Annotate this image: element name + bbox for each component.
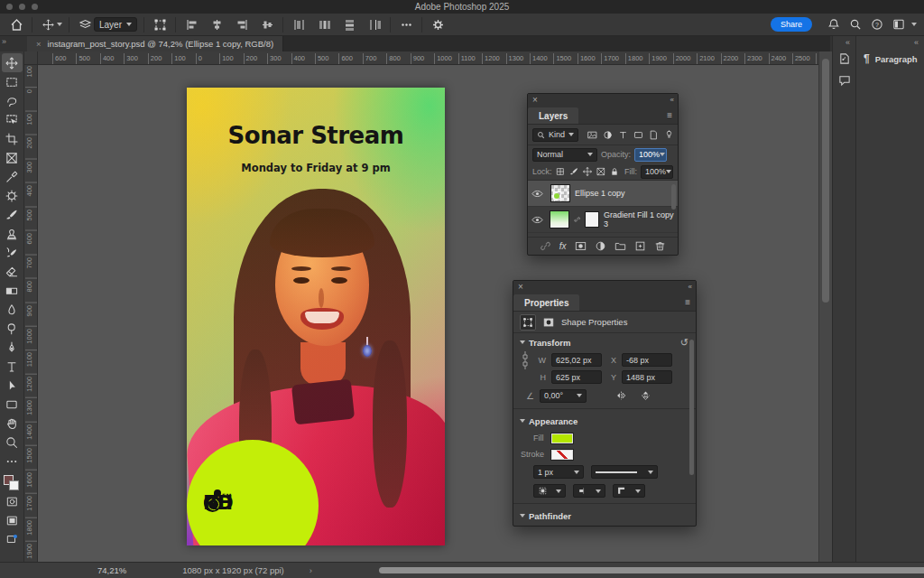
comments-panel-icon[interactable] bbox=[838, 74, 851, 87]
properties-tab[interactable]: Properties bbox=[513, 294, 579, 311]
reset-transform-icon[interactable]: ↺ bbox=[680, 337, 688, 349]
x-position-field[interactable]: -68 px bbox=[622, 353, 672, 367]
clone-stamp-tool[interactable] bbox=[2, 224, 23, 243]
layer-thumbnail[interactable] bbox=[550, 210, 569, 228]
align-horizontal-centers-icon[interactable] bbox=[208, 15, 226, 33]
filter-kind-dropdown[interactable]: Kind bbox=[532, 128, 578, 142]
workspace-caret-icon[interactable] bbox=[911, 23, 917, 26]
document-tab[interactable]: × instagram_post_story.psd @ 74,2% (Elli… bbox=[27, 36, 283, 51]
distribute-vertical-centers-icon[interactable] bbox=[340, 15, 358, 33]
lasso-tool[interactable] bbox=[2, 91, 23, 110]
paragraph-panel-button[interactable]: ¶ Paragraph bbox=[864, 52, 918, 65]
hand-tool[interactable] bbox=[2, 414, 23, 433]
sync-status-icon[interactable] bbox=[2, 530, 23, 549]
height-field[interactable]: 625 px bbox=[551, 370, 602, 384]
home-icon[interactable] bbox=[7, 15, 25, 33]
opacity-field[interactable]: 100% bbox=[634, 148, 667, 162]
transform-controls-icon[interactable] bbox=[151, 15, 169, 33]
lock-artboard-icon[interactable] bbox=[596, 167, 605, 176]
zoom-level-field[interactable]: 74,21% bbox=[97, 565, 126, 575]
panel-collapse-icon[interactable]: « bbox=[688, 283, 691, 291]
layer-row[interactable]: Ellipse 1 copy bbox=[528, 181, 678, 207]
rotation-field[interactable]: 0,00° bbox=[540, 389, 587, 403]
stroke-cap-dropdown[interactable] bbox=[573, 484, 605, 498]
quick-mask-icon[interactable] bbox=[2, 492, 23, 511]
history-brush-tool[interactable] bbox=[2, 243, 23, 262]
flip-horizontal-icon[interactable] bbox=[615, 390, 627, 401]
stroke-corner-dropdown[interactable] bbox=[613, 484, 645, 498]
object-selection-tool[interactable] bbox=[2, 110, 23, 129]
stroke-style-dropdown[interactable] bbox=[591, 465, 658, 479]
mask-mode-button[interactable] bbox=[541, 315, 556, 330]
eraser-tool[interactable] bbox=[2, 262, 23, 281]
lock-all-icon[interactable] bbox=[610, 167, 619, 176]
align-right-edges-icon[interactable] bbox=[233, 15, 251, 33]
layer-row[interactable]: Gradient Fill 1 copy 3 bbox=[528, 207, 678, 233]
vertical-ruler[interactable]: 1000100200300400500600700800900100011001… bbox=[24, 65, 38, 562]
appearance-section-header[interactable]: Appearance bbox=[513, 412, 696, 430]
move-tool[interactable] bbox=[2, 53, 23, 72]
filter-type-layers-icon[interactable] bbox=[618, 130, 628, 140]
dodge-tool[interactable] bbox=[2, 319, 23, 338]
delete-layer-icon[interactable] bbox=[654, 240, 666, 252]
help-icon[interactable]: ? bbox=[868, 15, 886, 33]
align-vertical-centers-icon[interactable] bbox=[258, 15, 276, 33]
layer-visibility-eye-icon[interactable] bbox=[531, 216, 545, 224]
more-options-icon[interactable] bbox=[397, 15, 415, 33]
filter-smart-objects-icon[interactable] bbox=[649, 130, 659, 140]
color-swatches[interactable] bbox=[3, 474, 21, 492]
link-layers-icon[interactable] bbox=[540, 240, 551, 252]
fill-color-swatch[interactable] bbox=[551, 434, 573, 443]
notifications-bell-icon[interactable] bbox=[825, 15, 843, 33]
new-group-icon[interactable] bbox=[614, 240, 626, 252]
shape-tool[interactable] bbox=[2, 395, 23, 414]
layer-visibility-eye-icon[interactable] bbox=[531, 190, 546, 198]
screen-mode-icon[interactable] bbox=[2, 511, 23, 530]
stroke-color-swatch[interactable] bbox=[551, 450, 573, 460]
transform-section-header[interactable]: Transform ↺ bbox=[513, 333, 696, 351]
auto-select-dropdown[interactable]: Layer bbox=[94, 17, 137, 32]
collapse-rail-icon[interactable]: « bbox=[845, 38, 850, 47]
panel-close-icon[interactable]: × bbox=[532, 96, 538, 104]
panel-menu-icon[interactable]: ≡ bbox=[685, 297, 690, 307]
blend-mode-dropdown[interactable]: Normal bbox=[532, 148, 597, 162]
workspace-switcher-icon[interactable] bbox=[890, 15, 908, 33]
fill-field[interactable]: 100% bbox=[641, 165, 673, 179]
canvas-area[interactable]: Sonar Stream Monday to Friday at 9 pm CH… bbox=[24, 51, 818, 562]
layer-thumbnail[interactable] bbox=[550, 184, 570, 202]
lock-transparency-icon[interactable] bbox=[556, 167, 565, 176]
filter-filter-toggle-icon[interactable] bbox=[664, 130, 674, 140]
properties-scrollbar-thumb[interactable] bbox=[689, 340, 694, 475]
width-field[interactable]: 625,02 px bbox=[551, 353, 602, 367]
healing-brush-tool[interactable] bbox=[2, 186, 23, 205]
eyedropper-tool[interactable] bbox=[2, 167, 23, 186]
version-history-panel-icon[interactable] bbox=[838, 52, 851, 65]
horizontal-ruler[interactable]: 6005004003002001000100200300400500600700… bbox=[24, 51, 818, 65]
pathfinder-section-header[interactable]: Pathfinder bbox=[513, 507, 696, 525]
gradient-tool[interactable] bbox=[2, 281, 23, 300]
background-color-swatch[interactable] bbox=[9, 480, 19, 490]
workspace-settings-gear-icon[interactable] bbox=[429, 15, 447, 33]
blur-tool[interactable] bbox=[2, 300, 23, 319]
move-tool-caret-icon[interactable] bbox=[57, 23, 62, 26]
layers-scrollbar-thumb[interactable] bbox=[671, 184, 676, 210]
layer-mask-thumbnail[interactable] bbox=[585, 211, 599, 228]
horizontal-scrollbar-thumb[interactable] bbox=[379, 567, 924, 573]
flip-vertical-icon[interactable] bbox=[640, 390, 651, 401]
distribute-left-edges-icon[interactable] bbox=[290, 15, 308, 33]
adjustment-layer-icon[interactable] bbox=[595, 240, 606, 252]
tab-close-icon[interactable]: × bbox=[36, 39, 42, 49]
panel-close-icon[interactable]: × bbox=[518, 283, 523, 291]
ruler-origin-corner[interactable] bbox=[24, 51, 38, 65]
marquee-tool[interactable] bbox=[2, 72, 23, 91]
document-canvas[interactable]: Sonar Stream Monday to Friday at 9 pm CH… bbox=[187, 88, 445, 545]
collapse-rail-icon[interactable]: « bbox=[914, 38, 919, 47]
expand-panels-icon[interactable]: » bbox=[2, 37, 5, 46]
lock-pixels-icon[interactable] bbox=[569, 167, 578, 176]
stroke-width-field[interactable]: 1 px bbox=[533, 465, 584, 479]
filter-shape-layers-icon[interactable] bbox=[633, 130, 643, 140]
filter-adjustment-layers-icon[interactable] bbox=[603, 130, 613, 140]
path-selection-tool[interactable] bbox=[2, 376, 23, 395]
layer-effects-icon[interactable]: fx bbox=[559, 241, 567, 251]
new-layer-icon[interactable] bbox=[634, 240, 646, 252]
